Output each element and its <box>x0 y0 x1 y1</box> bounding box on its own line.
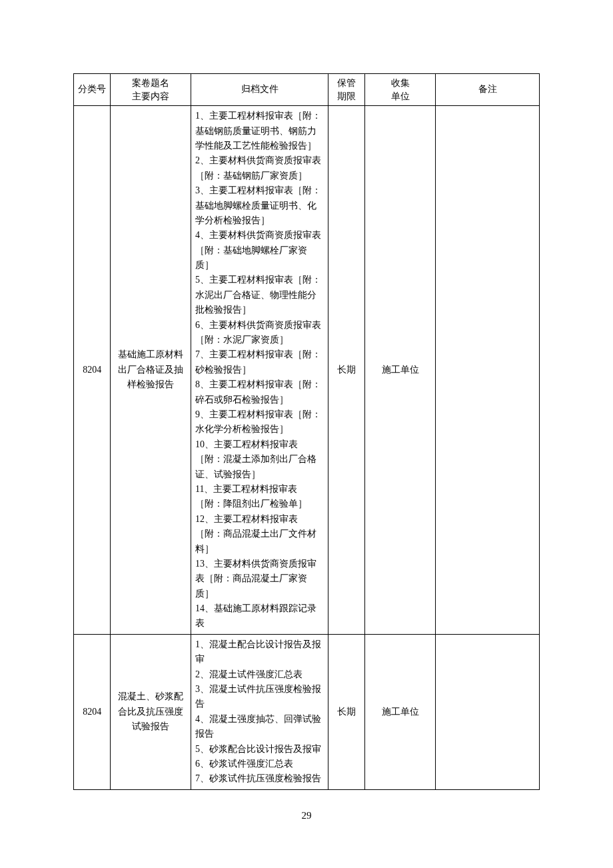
cell-remark <box>436 106 540 635</box>
header-unit: 收集 单位 <box>365 74 436 106</box>
cell-period: 长期 <box>328 634 365 789</box>
page-number: 29 <box>73 810 540 821</box>
cell-id: 8204 <box>74 634 111 789</box>
cell-unit: 施工单位 <box>365 634 436 789</box>
cell-id: 8204 <box>74 106 111 635</box>
header-title-line2: 主要内容 <box>132 91 169 101</box>
archive-table: 分类号 案卷题名 主要内容 归档文件 保管 期限 收集 单位 备注 8204 基… <box>73 73 540 790</box>
cell-title: 混凝土、砂浆配合比及抗压强度试验报告 <box>111 634 191 789</box>
cell-remark <box>436 634 540 789</box>
table-header-row: 分类号 案卷题名 主要内容 归档文件 保管 期限 收集 单位 备注 <box>74 74 540 106</box>
header-unit-line2: 单位 <box>391 91 410 101</box>
cell-title: 基础施工原材料出厂合格证及抽样检验报告 <box>111 106 191 635</box>
header-period: 保管 期限 <box>328 74 365 106</box>
cell-file: 1、主要工程材料报审表［附：基础钢筋质量证明书、钢筋力学性能及工艺性能检验报告］… <box>191 106 328 635</box>
table-body: 8204 基础施工原材料出厂合格证及抽样检验报告 1、主要工程材料报审表［附：基… <box>74 106 540 790</box>
header-category-id: 分类号 <box>74 74 111 106</box>
header-remark: 备注 <box>436 74 540 106</box>
header-title: 案卷题名 主要内容 <box>111 74 191 106</box>
table-row: 8204 基础施工原材料出厂合格证及抽样检验报告 1、主要工程材料报审表［附：基… <box>74 106 540 635</box>
cell-file: 1、混凝土配合比设计报告及报审2、混凝土试件强度汇总表3、混凝土试件抗压强度检验… <box>191 634 328 789</box>
header-file: 归档文件 <box>191 74 328 106</box>
cell-unit: 施工单位 <box>365 106 436 635</box>
header-period-line1: 保管 <box>337 78 356 88</box>
header-unit-line1: 收集 <box>391 78 410 88</box>
header-title-line1: 案卷题名 <box>132 78 169 88</box>
header-period-line2: 期限 <box>337 91 356 101</box>
cell-period: 长期 <box>328 106 365 635</box>
table-row: 8204 混凝土、砂浆配合比及抗压强度试验报告 1、混凝土配合比设计报告及报审2… <box>74 634 540 789</box>
